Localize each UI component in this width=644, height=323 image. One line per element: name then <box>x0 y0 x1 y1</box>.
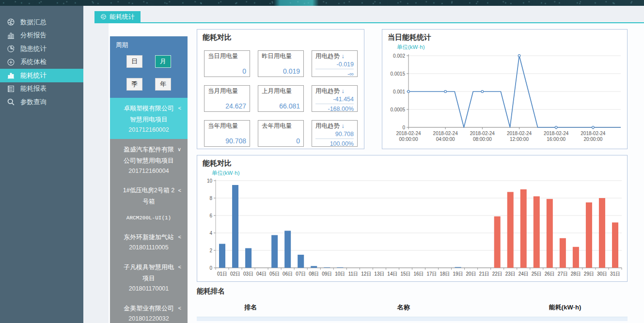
daily-energy-panel: 当日能耗统计 单位(kW·h) 00.00050.0010.00150.0022… <box>382 29 628 149</box>
svg-text:31日: 31日 <box>610 271 620 277</box>
sidebar-item-label: 能耗报表 <box>20 84 47 93</box>
period-button-month[interactable]: 月 <box>155 55 171 68</box>
svg-text:03日: 03日 <box>243 271 253 277</box>
daily-energy-line-chart: 00.00050.0010.00150.0022018-02-2400:00:0… <box>383 51 626 146</box>
period-button-day[interactable]: 日 <box>126 55 142 68</box>
svg-text:25日: 25日 <box>532 271 542 277</box>
stat-card-this-month: 当月用电量 24.627 <box>204 85 250 112</box>
period-button-quarter[interactable]: 季 <box>126 78 142 91</box>
pie-chart-icon <box>7 45 15 53</box>
tree-node-name: 盈盛汽车配件有限公司智慧用电项目 <box>124 144 174 166</box>
sidebar-item-label: 分析报告 <box>20 31 47 40</box>
tree-node-code: 201801110005 <box>110 243 188 253</box>
divider <box>315 69 354 69</box>
stat-card-yesterday: 昨日用电量 0.019 <box>258 50 304 77</box>
svg-text:13日: 13日 <box>374 271 384 277</box>
tree-node-name: ARCM200L-UI(1) <box>124 214 174 222</box>
svg-text:17日: 17日 <box>426 271 437 277</box>
unit-label: 单位(kW·h) <box>397 44 627 51</box>
sidebar-item-label: 隐患统计 <box>20 45 47 53</box>
stat-card-last-year: 去年用电量 0 <box>258 120 304 147</box>
sidebar-item-system-check[interactable]: 系统体检 <box>0 56 83 69</box>
column-header-name: 名称 <box>304 303 503 312</box>
svg-text:2018-02-24: 2018-02-24 <box>470 131 495 136</box>
svg-text:05日: 05日 <box>269 271 280 277</box>
panel-title: 能耗对比 <box>197 30 364 42</box>
chevron-left-icon[interactable]: < <box>178 187 181 193</box>
panel-title: 能耗对比 <box>197 155 627 168</box>
chevron-left-icon[interactable]: < <box>178 234 181 240</box>
content: 周期 日 月 季 年 卓顺塑模有限公司智慧用电项目 201712160002 <… <box>83 23 644 323</box>
svg-text:08:00:00: 08:00:00 <box>473 137 492 142</box>
sidebar-item-hazard-stats[interactable]: 隐患统计 <box>0 42 83 56</box>
svg-text:02日: 02日 <box>230 271 240 277</box>
svg-text:2018-02-24: 2018-02-24 <box>507 131 532 136</box>
tree-node[interactable]: 金美塑业有限公司 201801220032 < <box>110 298 188 323</box>
svg-text:0.0005: 0.0005 <box>390 107 405 112</box>
report-icon <box>7 85 15 93</box>
sidebar-item-param-query[interactable]: 参数查询 <box>0 95 83 109</box>
svg-text:8: 8 <box>209 196 212 201</box>
svg-text:12日: 12日 <box>361 271 371 277</box>
svg-text:07日: 07日 <box>296 271 306 277</box>
svg-text:04:00:00: 04:00:00 <box>436 137 455 142</box>
sidebar-item-label: 数据汇总 <box>20 18 47 27</box>
svg-text:09日: 09日 <box>322 271 332 277</box>
svg-text:2: 2 <box>209 248 212 253</box>
svg-text:11日: 11日 <box>348 271 358 277</box>
tree-node[interactable]: 1#低压电房2号箱 2号箱 < <box>110 180 188 211</box>
tree-node[interactable]: 盈盛汽车配件有限公司智慧用电项目 201712160004 ∨ <box>110 139 188 180</box>
svg-text:21日: 21日 <box>479 271 489 277</box>
tree-node-name: 卓顺塑模有限公司智慧用电项目 <box>124 103 174 125</box>
svg-text:22日: 22日 <box>492 271 503 277</box>
panel-title: 当日能耗统计 <box>382 30 627 42</box>
bar-chart-solid-icon <box>7 71 15 79</box>
dribbble-icon <box>100 14 107 20</box>
sidebar-item-data-summary[interactable]: 数据汇总 <box>0 15 83 29</box>
svg-text:0.0015: 0.0015 <box>390 71 405 77</box>
tab-label: 能耗统计 <box>110 13 135 21</box>
stat-card-today: 当日用电量 0 <box>204 50 250 77</box>
svg-text:2018-02-24: 2018-02-24 <box>544 131 569 136</box>
chevron-down-icon[interactable]: ∨ <box>177 146 181 153</box>
svg-text:14日: 14日 <box>387 271 397 277</box>
tree-node[interactable]: 卓顺塑模有限公司智慧用电项目 201712160002 < <box>110 98 188 139</box>
tree-node-name: 东外环新捷加气站 <box>124 231 174 243</box>
tree-node-code: 201801170001 <box>110 284 188 294</box>
stat-card-this-year: 当年用电量 90.708 <box>204 120 250 147</box>
svg-text:24日: 24日 <box>518 271 529 277</box>
trend-card-year: 用电趋势 ↓ 90.708 100.00% <box>312 120 358 147</box>
tree-node-code: 201801220032 <box>110 314 188 323</box>
svg-text:28日: 28日 <box>571 271 581 277</box>
tab-energy-stats[interactable]: 能耗统计 <box>94 11 141 22</box>
chevron-left-icon[interactable]: < <box>178 264 181 270</box>
svg-text:16:00:00: 16:00:00 <box>547 137 565 142</box>
dribbble-icon <box>7 18 15 26</box>
chevron-left-icon[interactable]: < <box>178 305 181 311</box>
ranking-title: 能耗排名 <box>197 287 628 296</box>
svg-text:4: 4 <box>209 231 212 236</box>
period-buttons: 日 月 季 年 <box>110 55 188 91</box>
tree-node[interactable]: 东外环新捷加气站 201801110005 < <box>110 227 188 257</box>
svg-text:2018-02-24: 2018-02-24 <box>396 131 421 136</box>
period-button-year[interactable]: 年 <box>155 78 171 91</box>
sidebar-item-analysis-report[interactable]: 分析报告 <box>0 29 83 43</box>
tree-node-name: 1#低压电房2号箱 2号箱 <box>122 185 176 207</box>
divider <box>315 138 354 139</box>
sidebar: 数据汇总 分析报告 隐患统计 系统体检 能耗统计 能耗报表 参数查询 <box>0 6 83 323</box>
ranking-table-header: 排名 名称 能耗(kW·h) <box>197 303 628 312</box>
tree-node[interactable]: 子凡模具智慧用电项目 201801170001 < <box>110 257 188 298</box>
svg-text:12:00:00: 12:00:00 <box>510 137 529 142</box>
column-header-rank: 排名 <box>197 303 304 312</box>
chevron-left-icon[interactable]: < <box>178 105 181 111</box>
tree-node-code: 201712160004 <box>110 166 188 176</box>
sidebar-item-energy-report[interactable]: 能耗报表 <box>0 82 83 96</box>
sidebar-item-energy-stats[interactable]: 能耗统计 <box>0 69 83 82</box>
bar-chart-outline-icon <box>7 31 15 40</box>
svg-text:0.002: 0.002 <box>393 53 405 59</box>
tree-node[interactable]: ARCM200L-UI(1) <box>110 211 188 227</box>
svg-text:06日: 06日 <box>283 271 293 277</box>
tree-node-name: 子凡模具智慧用电项目 <box>124 261 174 284</box>
svg-text:6: 6 <box>209 213 212 218</box>
svg-text:27日: 27日 <box>558 271 568 277</box>
